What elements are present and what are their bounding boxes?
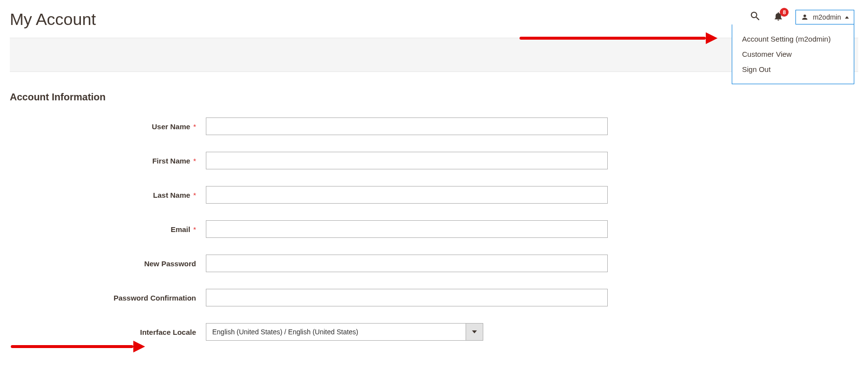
- header-bar: My Account 8 m2odmin Account Setting (m2…: [0, 0, 868, 29]
- label-new-password: New Password: [0, 259, 206, 268]
- input-first-name[interactable]: [206, 152, 608, 169]
- dropdown-sign-out[interactable]: Sign Out: [732, 62, 854, 77]
- select-interface-locale-value: English (United States) / English (Unite…: [206, 323, 466, 341]
- field-password-confirmation: Password Confirmation: [0, 289, 868, 306]
- notification-badge: 8: [780, 8, 789, 17]
- input-password-confirmation[interactable]: [206, 289, 608, 306]
- label-email: Email*: [0, 225, 206, 233]
- field-email: Email*: [0, 220, 868, 238]
- header-actions: 8 m2odmin Account Setting (m2odmin) Cust…: [749, 10, 858, 24]
- field-first-name: First Name*: [0, 152, 868, 169]
- user-menu-trigger[interactable]: m2odmin: [795, 10, 854, 24]
- dropdown-account-setting[interactable]: Account Setting (m2odmin): [732, 31, 854, 47]
- required-marker: *: [193, 191, 196, 199]
- dropdown-customer-view[interactable]: Customer View: [732, 47, 854, 62]
- label-password-confirmation: Password Confirmation: [0, 294, 206, 302]
- label-first-name: First Name*: [0, 157, 206, 165]
- chevron-down-icon[interactable]: [466, 323, 483, 341]
- label-last-name: Last Name*: [0, 191, 206, 199]
- annotation-arrow-interface-locale: [11, 343, 143, 350]
- input-new-password[interactable]: [206, 255, 608, 272]
- input-user-name[interactable]: [206, 117, 608, 135]
- field-new-password: New Password: [0, 255, 868, 272]
- field-user-name: User Name*: [0, 117, 868, 135]
- required-marker: *: [193, 157, 196, 165]
- required-marker: *: [193, 225, 196, 233]
- search-icon[interactable]: [749, 10, 761, 24]
- toolbar-strip: R: [10, 38, 858, 72]
- page-title: My Account: [10, 10, 96, 29]
- select-interface-locale[interactable]: English (United States) / English (Unite…: [206, 323, 483, 341]
- input-last-name[interactable]: [206, 186, 608, 204]
- field-last-name: Last Name*: [0, 186, 868, 204]
- input-email[interactable]: [206, 220, 608, 238]
- user-menu-username: m2odmin: [813, 13, 841, 21]
- user-icon: [801, 13, 809, 21]
- caret-up-icon: [845, 16, 849, 19]
- label-interface-locale: Interface Locale: [0, 328, 206, 336]
- notifications-button[interactable]: 8: [773, 11, 784, 23]
- label-user-name: User Name*: [0, 122, 206, 131]
- user-dropdown: Account Setting (m2odmin) Customer View …: [732, 24, 854, 84]
- user-menu: m2odmin Account Setting (m2odmin) Custom…: [795, 10, 854, 24]
- field-interface-locale: Interface Locale English (United States)…: [0, 323, 868, 341]
- required-marker: *: [193, 122, 196, 131]
- account-form: User Name* First Name* Last Name* Email*…: [0, 108, 868, 341]
